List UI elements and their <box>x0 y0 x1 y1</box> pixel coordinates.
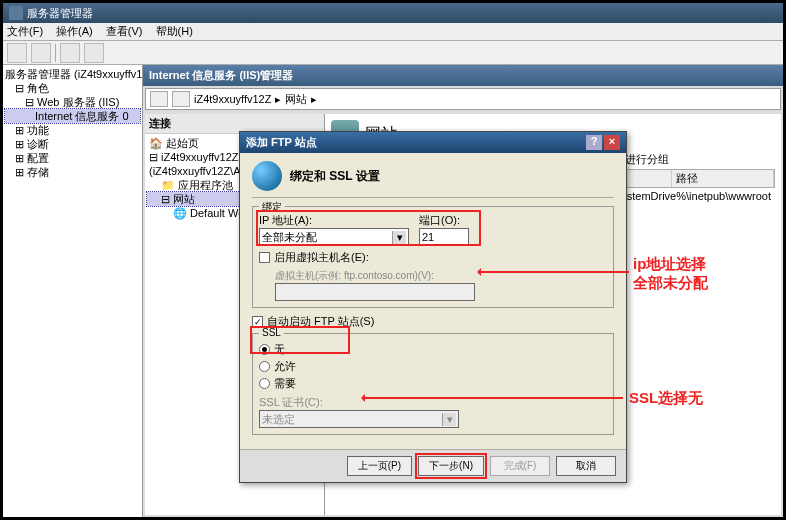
window-titlebar: 服务器管理器 <box>3 3 783 23</box>
menu-help[interactable]: 帮助(H) <box>156 25 193 37</box>
chevron-right-icon: ▸ <box>311 93 317 106</box>
nav-back-icon[interactable] <box>7 43 27 63</box>
refresh-icon[interactable] <box>60 43 80 63</box>
globe-icon <box>252 161 282 191</box>
chevron-down-icon: ▾ <box>442 413 456 426</box>
bc-back-icon[interactable] <box>150 91 168 107</box>
ssl-cert-dropdown: 未选定▾ <box>259 410 459 428</box>
menu-action[interactable]: 操作(A) <box>56 25 93 37</box>
toolbar <box>3 41 783 65</box>
ssl-cert-label: SSL 证书(C): <box>259 395 459 410</box>
menu-view[interactable]: 查看(V) <box>106 25 143 37</box>
tree-webserver[interactable]: ⊟ Web 服务器 (IIS) <box>5 95 140 109</box>
breadcrumb[interactable]: iZ4t9xxuyffv12Z ▸ 网站 ▸ <box>145 88 781 110</box>
dialog-title: 添加 FTP 站点 <box>246 135 317 150</box>
prev-button[interactable]: 上一页(P) <box>347 456 412 476</box>
vhost-checkbox[interactable] <box>259 252 270 263</box>
vhost-input <box>275 283 475 301</box>
tree-iis[interactable]: Internet 信息服务 0 <box>5 109 140 123</box>
tree-features[interactable]: ⊞ 功能 <box>5 123 140 137</box>
binding-group: 绑定 IP 地址(A): 全部未分配▾ 端口(O): 21 <box>252 206 614 308</box>
menubar[interactable]: 文件(F) 操作(A) 查看(V) 帮助(H) <box>3 23 783 41</box>
ssl-none-radio[interactable] <box>259 344 270 355</box>
tree-storage[interactable]: ⊞ 存储 <box>5 165 140 179</box>
nav-forward-icon[interactable] <box>31 43 51 63</box>
window-title: 服务器管理器 <box>27 6 93 21</box>
server-tree[interactable]: 服务器管理器 (iZ4t9xxuyffv12 ⊟ 角色 ⊟ Web 服务器 (I… <box>3 65 143 517</box>
help-icon[interactable] <box>84 43 104 63</box>
ssl-group: SSL 无 允许 需要 SSL 证书(C): 未选定▾ <box>252 333 614 435</box>
app-icon <box>9 6 23 20</box>
ip-label: IP 地址(A): <box>259 213 409 228</box>
close-icon[interactable]: × <box>604 135 620 150</box>
cancel-button[interactable]: 取消 <box>556 456 616 476</box>
tree-root[interactable]: 服务器管理器 (iZ4t9xxuyffv12 <box>5 67 140 81</box>
ssl-require-radio[interactable] <box>259 378 270 389</box>
chevron-down-icon: ▾ <box>392 231 406 244</box>
port-label: 端口(O): <box>419 213 469 228</box>
port-input[interactable]: 21 <box>419 228 469 246</box>
dialog-heading: 绑定和 SSL 设置 <box>290 168 380 185</box>
autostart-checkbox[interactable]: ✓ <box>252 316 263 327</box>
ssl-allow-radio[interactable] <box>259 361 270 372</box>
tree-roles[interactable]: ⊟ 角色 <box>5 81 140 95</box>
dialog-help-icon[interactable]: ? <box>586 135 602 150</box>
ip-dropdown[interactable]: 全部未分配▾ <box>259 228 409 246</box>
iis-titlebar: Internet 信息服务 (IIS)管理器 <box>143 65 783 86</box>
next-button[interactable]: 下一步(N) <box>418 456 484 476</box>
bc-host[interactable]: iZ4t9xxuyffv12Z <box>194 93 271 105</box>
menu-file[interactable]: 文件(F) <box>7 25 43 37</box>
add-ftp-dialog: 添加 FTP 站点 ? × 绑定和 SSL 设置 绑定 IP 地址(A): 全部… <box>239 131 627 483</box>
bc-sites[interactable]: 网站 <box>285 92 307 107</box>
chevron-right-icon: ▸ <box>275 93 281 106</box>
tree-diagnostics[interactable]: ⊞ 诊断 <box>5 137 140 151</box>
bc-fwd-icon[interactable] <box>172 91 190 107</box>
tree-config[interactable]: ⊞ 配置 <box>5 151 140 165</box>
finish-button: 完成(F) <box>490 456 550 476</box>
vhost-example: 虚拟主机(示例: ftp.contoso.com)(V): <box>259 269 607 283</box>
vhost-label: 启用虚拟主机名(E): <box>274 250 369 265</box>
